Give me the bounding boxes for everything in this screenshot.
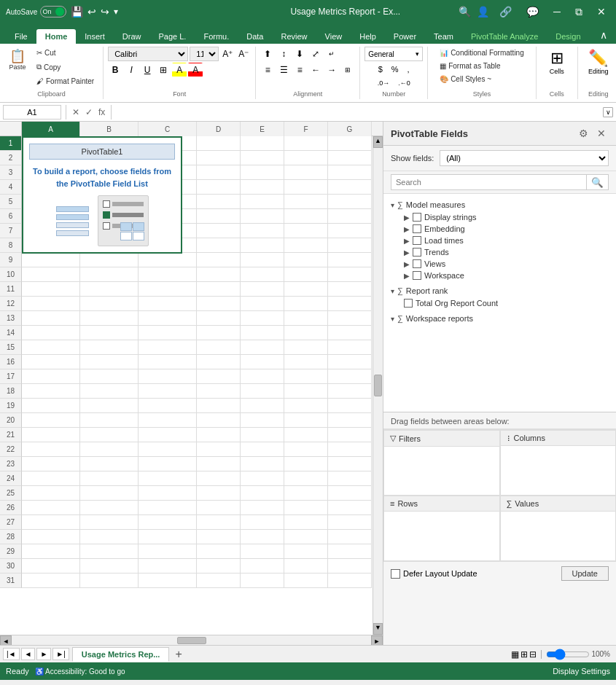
- update-button[interactable]: Update: [561, 566, 609, 581]
- cell-C15[interactable]: [139, 340, 197, 355]
- cell-A29[interactable]: [22, 544, 80, 559]
- align-right-button[interactable]: ≡: [292, 63, 307, 77]
- workspace-reports-header[interactable]: ▾ ∑ Workspace reports: [383, 312, 616, 325]
- cell-F21[interactable]: [284, 428, 328, 442]
- cell-B20[interactable]: [80, 413, 139, 428]
- cell-C10[interactable]: [139, 267, 197, 282]
- cell-F14[interactable]: [284, 326, 328, 340]
- cell-F2[interactable]: [284, 151, 328, 165]
- embedding-checkbox[interactable]: [413, 224, 421, 233]
- cell-C21[interactable]: [139, 428, 197, 442]
- cell-F15[interactable]: [284, 340, 328, 355]
- cell-B24[interactable]: [80, 471, 139, 486]
- formula-input[interactable]: [116, 108, 599, 117]
- cell-F5[interactable]: [284, 195, 328, 209]
- cell-D10[interactable]: [197, 267, 241, 282]
- cell-C12[interactable]: [139, 297, 197, 311]
- tab-formulas[interactable]: Formu.: [195, 29, 238, 44]
- cell-G29[interactable]: [328, 544, 372, 559]
- col-header-f[interactable]: F: [284, 122, 328, 136]
- show-fields-select[interactable]: (All): [440, 150, 609, 166]
- field-total-org-report-count[interactable]: Total Org Report Count: [383, 297, 616, 309]
- cancel-icon[interactable]: ✕: [71, 106, 81, 119]
- cell-B23[interactable]: [80, 457, 139, 471]
- tab-home[interactable]: Home: [36, 29, 77, 44]
- cell-D27[interactable]: [197, 515, 241, 530]
- cell-E28[interactable]: [241, 530, 284, 544]
- cell-E27[interactable]: [241, 515, 284, 530]
- defer-checkbox[interactable]: [391, 569, 400, 579]
- cell-A18[interactable]: [22, 384, 80, 399]
- close-button[interactable]: ✕: [593, 4, 610, 19]
- cell-D24[interactable]: [197, 471, 241, 486]
- cell-D8[interactable]: [197, 238, 241, 253]
- cell-B16[interactable]: [80, 355, 139, 369]
- drop-zone-filters[interactable]: ▽ Filters: [383, 430, 500, 496]
- cell-F29[interactable]: [284, 544, 328, 559]
- cell-D5[interactable]: [197, 195, 241, 209]
- pivot-search-input[interactable]: [391, 174, 587, 190]
- cells-button[interactable]: ⊞ Cells: [541, 47, 573, 79]
- cell-E7[interactable]: [241, 224, 284, 238]
- cell-F11[interactable]: [284, 282, 328, 297]
- increase-decimal-button[interactable]: .0→: [374, 77, 394, 89]
- cell-D16[interactable]: [197, 355, 241, 369]
- cell-B31[interactable]: [80, 574, 139, 588]
- cell-E13[interactable]: [241, 311, 284, 326]
- cell-A19[interactable]: [22, 399, 80, 413]
- cell-F31[interactable]: [284, 574, 328, 588]
- cell-B18[interactable]: [80, 384, 139, 399]
- cell-C27[interactable]: [139, 515, 197, 530]
- cell-G16[interactable]: [328, 355, 372, 369]
- field-views[interactable]: ▶ Views: [383, 258, 616, 270]
- cell-F10[interactable]: [284, 267, 328, 282]
- cell-G22[interactable]: [328, 442, 372, 457]
- scroll-up-btn[interactable]: ▲: [373, 136, 383, 148]
- cell-D12[interactable]: [197, 297, 241, 311]
- col-header-a[interactable]: A: [22, 122, 80, 136]
- wrap-text-button[interactable]: ↵: [324, 47, 339, 61]
- align-center-button[interactable]: ☰: [276, 63, 291, 77]
- cell-F1[interactable]: [284, 136, 328, 151]
- trends-checkbox[interactable]: [413, 248, 421, 257]
- cell-B12[interactable]: [80, 297, 139, 311]
- col-header-g[interactable]: G: [328, 122, 372, 136]
- cell-G20[interactable]: [328, 413, 372, 428]
- tab-help[interactable]: Help: [351, 29, 385, 44]
- align-middle-button[interactable]: ↕: [276, 47, 291, 61]
- cell-C17[interactable]: [139, 369, 197, 384]
- cell-C13[interactable]: [139, 311, 197, 326]
- cell-C28[interactable]: [139, 530, 197, 544]
- cell-E29[interactable]: [241, 544, 284, 559]
- cell-B14[interactable]: [80, 326, 139, 340]
- angle-text-button[interactable]: ⤢: [308, 47, 323, 61]
- cell-C16[interactable]: [139, 355, 197, 369]
- rows-drop-content[interactable]: [384, 512, 499, 555]
- sheet-prev-btn[interactable]: ◄: [21, 648, 36, 660]
- quick-access-undo[interactable]: ↩: [87, 6, 96, 17]
- tab-power[interactable]: Power: [385, 29, 425, 44]
- scroll-left-btn[interactable]: ◄: [0, 635, 12, 646]
- add-sheet-button[interactable]: +: [171, 648, 186, 661]
- format-as-table-button[interactable]: ▦ Format as Table: [435, 60, 529, 72]
- cell-D30[interactable]: [197, 559, 241, 574]
- cell-G1[interactable]: [328, 136, 372, 151]
- cell-C20[interactable]: [139, 413, 197, 428]
- underline-button[interactable]: U: [140, 63, 155, 77]
- tab-team[interactable]: Team: [425, 29, 462, 44]
- cell-G4[interactable]: [328, 180, 372, 195]
- cell-D23[interactable]: [197, 457, 241, 471]
- currency-button[interactable]: $: [375, 63, 386, 76]
- border-button[interactable]: ⊞: [156, 63, 171, 77]
- cell-G13[interactable]: [328, 311, 372, 326]
- cell-A17[interactable]: [22, 369, 80, 384]
- tab-design[interactable]: Design: [547, 29, 589, 44]
- cell-E2[interactable]: [241, 151, 284, 165]
- cell-E14[interactable]: [241, 326, 284, 340]
- cell-A25[interactable]: [22, 486, 80, 501]
- cell-C23[interactable]: [139, 457, 197, 471]
- cell-G18[interactable]: [328, 384, 372, 399]
- scroll-thumb-h[interactable]: [177, 637, 206, 644]
- field-load-times[interactable]: ▶ Load times: [383, 235, 616, 246]
- cell-E24[interactable]: [241, 471, 284, 486]
